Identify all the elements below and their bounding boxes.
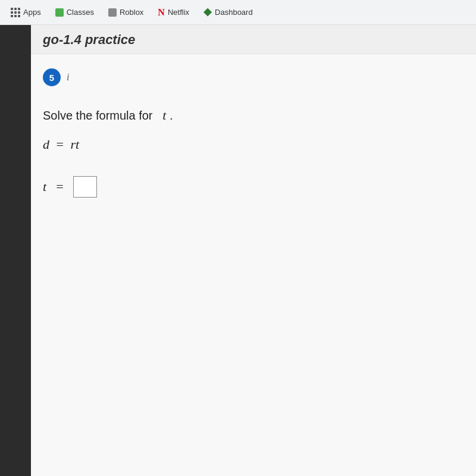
netflix-icon: N <box>158 7 165 18</box>
page-title: go-1.4 practice <box>43 32 464 48</box>
nav-item-classes[interactable]: Classes <box>49 4 100 20</box>
nav-netflix-label: Netflix <box>168 8 189 17</box>
formula-display: d = rt <box>43 137 464 152</box>
question-number-row: 5 i <box>43 68 464 86</box>
formula-equals: = <box>57 137 64 152</box>
main-content: go-1.4 practice 5 i Solve the formula fo… <box>31 25 476 476</box>
nav-item-dashboard[interactable]: Dashboard <box>198 4 259 20</box>
roblox-icon <box>108 8 117 17</box>
question-text: Solve the formula for t . <box>43 105 464 125</box>
answer-equals: = <box>56 179 63 195</box>
nav-roblox-label: Roblox <box>120 8 143 17</box>
question-number-badge: 5 <box>43 68 61 86</box>
dashboard-icon <box>203 8 212 17</box>
page-wrapper: go-1.4 practice 5 i Solve the formula fo… <box>0 25 476 476</box>
apps-icon <box>11 8 20 17</box>
formula-right: rt <box>70 137 79 152</box>
nav-item-netflix[interactable]: N Netflix <box>152 4 195 21</box>
classes-icon <box>55 8 64 17</box>
header-strip: go-1.4 practice <box>31 25 476 54</box>
left-sidebar <box>0 25 31 476</box>
nav-classes-label: Classes <box>67 8 94 17</box>
formula-left: d <box>43 137 49 152</box>
answer-line: t = <box>43 176 464 198</box>
nav-item-roblox[interactable]: Roblox <box>102 4 149 20</box>
nav-apps-label: Apps <box>23 8 41 17</box>
info-icon: i <box>67 72 69 83</box>
question-text-prefix: Solve the formula for <box>43 109 153 122</box>
answer-input-box[interactable] <box>73 176 97 198</box>
question-variable: t <box>162 108 166 123</box>
nav-item-apps[interactable]: Apps <box>5 4 47 21</box>
question-text-suffix: . <box>170 109 173 122</box>
answer-var: t <box>43 179 46 195</box>
browser-nav-bar: Apps Classes Roblox N Netflix Dashboard <box>0 0 476 25</box>
question-area: 5 i Solve the formula for t . d = rt t = <box>31 54 476 212</box>
nav-dashboard-label: Dashboard <box>215 8 253 17</box>
